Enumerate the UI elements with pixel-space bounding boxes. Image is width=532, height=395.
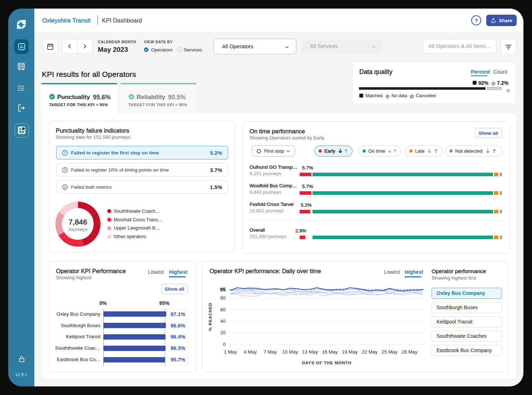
svg-text:0: 0: [223, 342, 226, 347]
svg-text:80: 80: [220, 295, 226, 301]
svg-text:25 May: 25 May: [382, 349, 398, 355]
svg-text:19 May: 19 May: [342, 349, 358, 355]
svg-text:40: 40: [220, 319, 226, 324]
svg-text:10 May: 10 May: [282, 349, 298, 355]
svg-text:13 May: 13 May: [302, 349, 318, 355]
svg-text:20: 20: [220, 330, 226, 335]
svg-text:4 May: 4 May: [244, 349, 257, 355]
svg-text:1 May: 1 May: [224, 349, 237, 355]
svg-text:DAYS OF THE MONTH: DAYS OF THE MONTH: [302, 361, 352, 365]
svg-text:% REACHED: % REACHED: [208, 302, 212, 331]
svg-text:95: 95: [220, 287, 226, 292]
svg-text:7 May: 7 May: [263, 349, 277, 355]
svg-text:22 May: 22 May: [362, 349, 378, 355]
svg-text:60: 60: [220, 307, 226, 312]
svg-text:16 May: 16 May: [322, 349, 338, 355]
svg-text:28 May: 28 May: [402, 349, 418, 355]
